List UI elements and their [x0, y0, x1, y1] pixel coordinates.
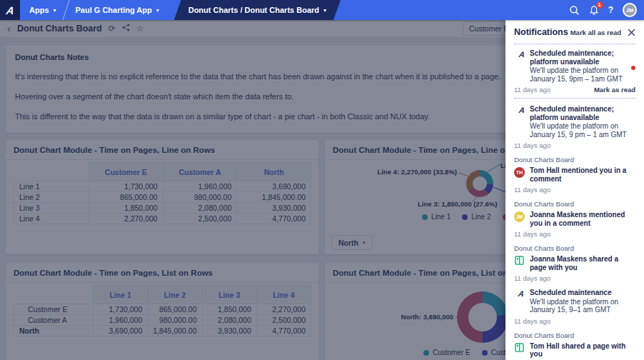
user-avatar[interactable]: JM: [623, 3, 637, 17]
notification-item[interactable]: Donut Charts BoardTHTom Hall mentioned y…: [514, 156, 635, 194]
user-avatar: TH: [514, 166, 525, 183]
anaplan-maintenance-icon: A: [514, 105, 525, 139]
notification-item[interactable]: Donut Charts BoardJMJoanna Maskens menti…: [514, 200, 635, 238]
notifications-title: Notifications: [514, 27, 568, 37]
notification-item[interactable]: AScheduled maintenance; platform unavail…: [514, 44, 635, 99]
app-window: A Apps▾ Paul G Charting App▾ Donut Chart…: [0, 0, 644, 360]
mark-as-read-link[interactable]: Mark as read: [594, 86, 635, 94]
notifications-panel: Notifications Mark all as read ASchedule…: [505, 20, 644, 360]
notification-item[interactable]: AScheduled maintenance; platform unavail…: [514, 105, 635, 149]
mark-all-as-read-link[interactable]: Mark all as read: [570, 29, 621, 36]
notifications-bell-icon[interactable]: 1: [589, 5, 599, 16]
notification-item[interactable]: Donut Charts BoardTom Hall shared a page…: [514, 331, 635, 360]
notification-title: Scheduled maintenance: [530, 289, 630, 297]
notification-time: 11 days ago: [514, 230, 550, 238]
notification-text: Tom Hall mentioned you in a comment: [530, 166, 630, 183]
page-breadcrumb-selector[interactable]: Donut Charts / Donut Charts Board▾: [174, 0, 341, 20]
notification-time: 11 days ago: [514, 86, 550, 94]
anaplan-logo[interactable]: A: [0, 0, 20, 20]
apps-menu-label: Apps: [29, 6, 49, 14]
topnav-actions: 1 ? JM: [569, 3, 644, 17]
board-icon: [514, 255, 525, 271]
notification-text: Joanna Maskens mentioned you in a commen…: [530, 211, 630, 227]
notification-title: Scheduled maintenance; platform unavaila…: [530, 49, 630, 66]
notification-badge: 1: [596, 1, 603, 9]
top-nav: A Apps▾ Paul G Charting App▾ Donut Chart…: [0, 0, 644, 20]
unread-indicator: [631, 66, 635, 70]
notification-time: 11 days ago: [514, 317, 550, 325]
notifications-list: AScheduled maintenance; platform unavail…: [514, 44, 635, 360]
notification-time: 11 days ago: [514, 186, 550, 194]
notification-group-label: Donut Charts Board: [514, 156, 635, 164]
chevron-down-icon: ▾: [54, 7, 56, 14]
chevron-down-icon: ▾: [323, 7, 326, 14]
notification-item[interactable]: Donut Charts BoardJoanna Maskens shared …: [514, 244, 635, 282]
notification-group-label: Donut Charts Board: [514, 200, 635, 208]
help-icon[interactable]: ?: [608, 5, 613, 15]
notification-group-label: Donut Charts Board: [514, 244, 635, 252]
apps-menu[interactable]: Apps▾: [20, 0, 66, 20]
app-name-label: Paul G Charting App: [76, 6, 152, 14]
search-icon[interactable]: [569, 5, 580, 16]
anaplan-maintenance-icon: A: [514, 49, 525, 83]
anaplan-maintenance-icon: A: [514, 289, 525, 314]
notification-text: We'll update the platform on January 15,…: [530, 122, 630, 139]
board-icon: [514, 342, 525, 359]
notification-group-label: Donut Charts Board: [514, 331, 635, 339]
notification-text: We'll update the platform on January 15,…: [530, 298, 630, 314]
notification-item[interactable]: AScheduled maintenanceWe'll update the p…: [514, 289, 635, 325]
notifications-header: Notifications Mark all as read: [514, 27, 635, 37]
notification-time: 11 days ago: [514, 141, 550, 149]
notification-text: Tom Hall shared a page with you: [530, 342, 630, 359]
app-selector[interactable]: Paul G Charting App▾: [66, 0, 168, 20]
notification-title: Scheduled maintenance; platform unavaila…: [530, 105, 630, 121]
user-avatar: JM: [514, 211, 525, 227]
chevron-down-icon: ▾: [156, 7, 159, 14]
close-icon[interactable]: [628, 29, 635, 36]
notification-text: We'll update the platform on January 15,…: [530, 66, 630, 83]
current-page-label: Donut Charts / Donut Charts Board: [188, 6, 319, 14]
notification-text: Joanna Maskens shared a page with you: [530, 255, 630, 271]
notification-time: 11 days ago: [514, 274, 550, 282]
